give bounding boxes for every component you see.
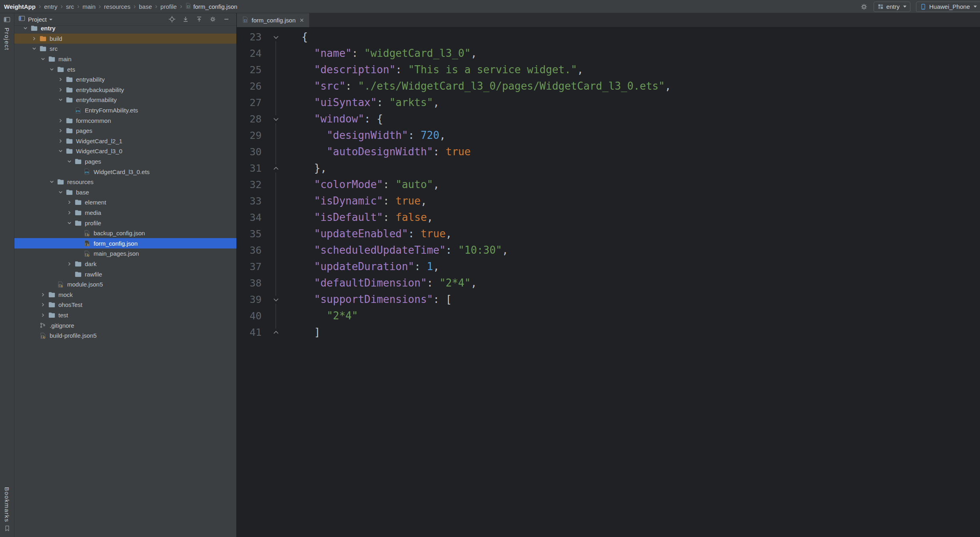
editor-line-38[interactable]: 38 "defaultDimension": "2*4", [237,275,980,291]
chevron-down-icon[interactable] [56,190,65,195]
expand-all-icon[interactable] [182,16,189,23]
editor-line-34[interactable]: 34 "isDefault": false, [237,209,980,226]
chevron-down-icon[interactable] [49,19,52,20]
editor-line-24[interactable]: 24 "name": "widgetCard_l3_0", [237,45,980,62]
breadcrumb-item-main[interactable]: main [82,3,96,10]
tree-item-entryformability[interactable]: entryformability [14,95,236,105]
chevron-down-icon[interactable] [56,97,65,102]
editor-line-36[interactable]: 36 "scheduledUpdateTime": "10:30", [237,242,980,258]
fold-region-start-icon[interactable] [262,115,290,123]
chevron-down-icon[interactable] [65,220,74,226]
collapse-all-icon[interactable] [196,16,203,23]
tree-item-build[interactable]: build [14,34,236,44]
editor-line-28[interactable]: 28 "window": { [237,111,980,127]
breadcrumb-app[interactable]: WeightApp [4,3,36,10]
code-editor[interactable]: 23{24 "name": "widgetCard_l3_0",25 "desc… [237,28,980,537]
editor-line-29[interactable]: 29 "designWidth": 720, [237,127,980,144]
breadcrumb-item-src[interactable]: src [66,3,74,10]
run-config-select[interactable]: entry [874,2,910,12]
tree-item-build-profile-json5[interactable]: { }build-profile.json5 [14,331,236,341]
tree-item-entrybackupability[interactable]: entrybackupability [14,85,236,95]
breadcrumb-item-base[interactable]: base [139,3,152,10]
fold-region-end-icon[interactable] [262,164,290,172]
editor-line-26[interactable]: 26 "src": "./ets/WidgetCard_l3_0/pages/W… [237,78,980,94]
chevron-down-icon[interactable] [30,46,38,51]
tree-item-resources[interactable]: resources [14,177,236,187]
chevron-down-icon[interactable] [38,56,47,62]
editor-line-33[interactable]: 33 "isDynamic": true, [237,193,980,209]
chevron-right-icon[interactable] [30,36,38,41]
breadcrumb-item-entry[interactable]: entry [44,3,57,10]
project-panel-title[interactable]: Project [28,16,47,23]
tree-item-mock[interactable]: mock [14,289,236,300]
tree-item-pages[interactable]: pages [14,156,236,167]
tree-item-base[interactable]: base [14,187,236,198]
fold-region-start-icon[interactable] [262,33,290,41]
fold-region-start-icon[interactable] [262,296,290,304]
tree-item-ohostest[interactable]: ohosTest [14,300,236,310]
tree-item-main-pages-json[interactable]: { }main_pages.json [14,248,236,259]
chevron-down-icon[interactable] [47,179,56,184]
tree-item-form-config-json[interactable]: { }form_config.json [14,238,236,248]
tree-item-ets[interactable]: ets [14,64,236,74]
editor-line-40[interactable]: 40 "2*4" [237,308,980,324]
tree-item-widgetcard-l3-0-ets[interactable]: ETSWidgetCard_l3_0.ets [14,166,236,177]
chevron-right-icon[interactable] [56,77,65,82]
editor-line-39[interactable]: 39 "supportDimensions": [ [237,291,980,308]
editor-line-25[interactable]: 25 "description": "This is a service wid… [237,62,980,78]
chevron-right-icon[interactable] [56,138,65,144]
chevron-down-icon[interactable] [56,148,65,154]
editor-line-41[interactable]: 41 ] [237,324,980,341]
chevron-down-icon[interactable] [65,159,74,164]
tree-item-main[interactable]: main [14,54,236,64]
tree-item-entryformability-ets[interactable]: ETSEntryFormAbility.ets [14,105,236,116]
chevron-right-icon[interactable] [56,118,65,123]
tree-item-widgetcard-l2-1[interactable]: WidgetCard_l2_1 [14,136,236,146]
device-label: Huawei_Phone [929,3,970,10]
tool-window-button-bookmarks[interactable]: Bookmarks [4,487,10,533]
fold-region-end-icon[interactable] [262,329,290,337]
chevron-right-icon[interactable] [65,200,74,205]
editor-line-31[interactable]: 31 }, [237,160,980,176]
chevron-right-icon[interactable] [56,128,65,133]
chevron-right-icon[interactable] [65,210,74,215]
settings-gear-icon[interactable] [860,3,868,11]
tree-item-formcommon[interactable]: formcommon [14,115,236,126]
chevron-right-icon[interactable] [65,261,74,266]
editor-line-30[interactable]: 30 "autoDesignWidth": true [237,144,980,160]
tree-item-element[interactable]: element [14,197,236,208]
chevron-down-icon[interactable] [21,26,30,31]
breadcrumb-file[interactable]: { }form_config.json [185,3,237,10]
tree-item-src[interactable]: src [14,44,236,54]
tree-item-module-json5[interactable]: { }module.json5 [14,279,236,290]
editor-line-23[interactable]: 23{ [237,29,980,45]
tree-item-gitignore[interactable]: .gitignore [14,320,236,331]
chevron-right-icon[interactable] [56,87,65,92]
tree-item-pages[interactable]: pages [14,126,236,136]
settings-gear-icon[interactable] [209,16,216,23]
tree-item-rawfile[interactable]: rawfile [14,269,236,279]
close-tab-icon[interactable] [300,18,304,22]
tree-item-test[interactable]: test [14,310,236,321]
tool-window-button-project[interactable]: Project [4,16,10,50]
breadcrumb-item-profile[interactable]: profile [160,3,177,10]
editor-line-32[interactable]: 32 "colorMode": "auto", [237,176,980,193]
editor-line-37[interactable]: 37 "updateDuration": 1, [237,258,980,275]
select-opened-file-icon[interactable] [168,16,176,23]
chevron-right-icon[interactable] [38,313,47,318]
chevron-right-icon[interactable] [38,302,47,307]
chevron-right-icon[interactable] [38,292,47,297]
editor-tab-form-config[interactable]: { } form_config.json [237,13,309,27]
editor-line-27[interactable]: 27 "uiSyntax": "arkts", [237,94,980,111]
chevron-down-icon[interactable] [47,67,56,72]
tree-item-media[interactable]: media [14,208,236,218]
device-select[interactable]: Huawei_Phone [916,2,980,12]
editor-line-35[interactable]: 35 "updateEnabled": true, [237,226,980,242]
breadcrumb-item-resources[interactable]: resources [104,3,130,10]
hide-panel-icon[interactable] [223,16,230,23]
tree-item-profile[interactable]: profile [14,218,236,228]
tree-item-dark[interactable]: dark [14,259,236,269]
tree-item-widgetcard-l3-0[interactable]: WidgetCard_l3_0 [14,146,236,156]
tree-item-entryability[interactable]: entryability [14,74,236,85]
tree-item-backup-config-json[interactable]: { }backup_config.json [14,228,236,238]
